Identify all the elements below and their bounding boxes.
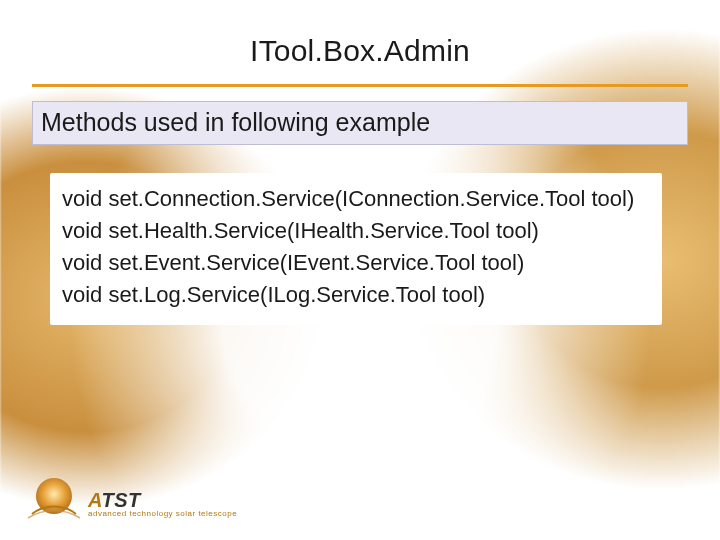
logo-text: ATST advanced technology solar telescope: [88, 490, 237, 522]
code-line: void set.Log.Service(ILog.Service.Tool t…: [62, 279, 650, 311]
code-line: void set.Event.Service(IEvent.Service.To…: [62, 247, 650, 279]
code-line: void set.Connection.Service(IConnection.…: [62, 183, 650, 215]
code-line: void set.Health.Service(IHealth.Service.…: [62, 215, 650, 247]
title-area: ITool.Box.Admin: [32, 34, 688, 87]
logo-acronym: ATST: [88, 490, 237, 510]
section-heading: Methods used in following example: [32, 101, 688, 145]
logo-subtitle: advanced technology solar telescope: [88, 510, 237, 518]
slide-title: ITool.Box.Admin: [32, 34, 688, 68]
sun-icon: [26, 474, 82, 522]
atst-logo: ATST advanced technology solar telescope: [26, 474, 237, 522]
method-list: void set.Connection.Service(IConnection.…: [50, 173, 662, 325]
title-divider: [32, 84, 688, 87]
slide-content: ITool.Box.Admin Methods used in followin…: [0, 0, 720, 540]
